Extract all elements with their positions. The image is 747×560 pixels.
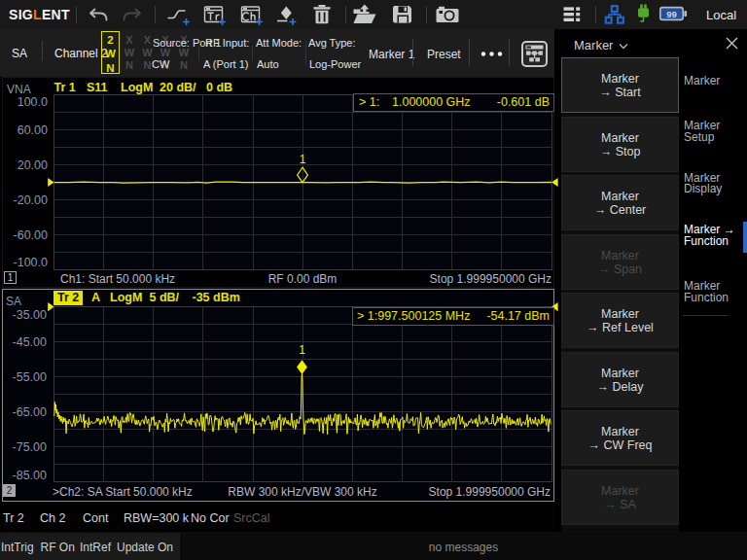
svg-text:1: 1 <box>299 343 305 357</box>
svg-text:99: 99 <box>666 9 677 19</box>
svg-text:1: 1 <box>300 153 306 166</box>
